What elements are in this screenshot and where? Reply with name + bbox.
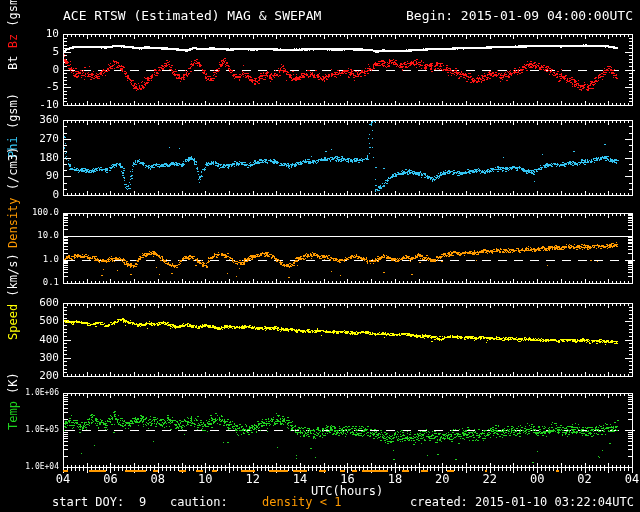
y-tick-label: 1.0E+04 bbox=[25, 463, 59, 471]
y-axis-title-part: (K) bbox=[6, 372, 20, 394]
x-tick-label: 12 bbox=[245, 473, 259, 485]
y-axis-title-part: Temp bbox=[6, 394, 20, 430]
start-doy-label: start DOY: bbox=[52, 496, 124, 508]
y-tick-label: 1.0E+06 bbox=[25, 389, 59, 397]
caution-label: caution: bbox=[170, 496, 228, 508]
y-tick-label: 200 bbox=[39, 370, 59, 381]
y-tick-label: 400 bbox=[39, 334, 59, 345]
y-tick-label: 10 bbox=[46, 28, 59, 39]
start-doy-value: 9 bbox=[139, 496, 146, 508]
created-timestamp: created: 2015-01-10 03:22:04UTC bbox=[410, 496, 634, 508]
x-tick-label: 04 bbox=[625, 473, 639, 485]
y-tick-label: -10 bbox=[39, 99, 59, 110]
y-tick-label: 500 bbox=[39, 315, 59, 326]
y-axis-title-part: (km/s) bbox=[6, 253, 20, 296]
x-tick-label: 10 bbox=[198, 473, 212, 485]
x-tick-label: 22 bbox=[483, 473, 497, 485]
x-tick-label: 04 bbox=[56, 473, 70, 485]
y-tick-label: 0.1 bbox=[43, 278, 59, 287]
y-tick-label: 10.0 bbox=[37, 231, 59, 240]
y-axis-title-part: (gsm) bbox=[6, 92, 20, 128]
caution-value: density < 1 bbox=[262, 496, 341, 508]
x-tick-label: 18 bbox=[388, 473, 402, 485]
y-tick-label: 90 bbox=[46, 170, 59, 181]
y-axis-title-part: Speed bbox=[6, 296, 20, 339]
y-axis-title-part: (/cm3) bbox=[6, 147, 20, 190]
ace-rtsw-mag-swepam-plot: ACE RTSW (Estimated) MAG & SWEPAM Begin:… bbox=[0, 0, 640, 512]
x-tick-label: 20 bbox=[435, 473, 449, 485]
y-axis-title-part: Bt bbox=[6, 48, 20, 70]
plot-title: ACE RTSW (Estimated) MAG & SWEPAM bbox=[63, 9, 321, 22]
y-tick-label: 0 bbox=[52, 189, 59, 200]
x-tick-label: 14 bbox=[293, 473, 307, 485]
y-axis-title-part: (gsm) bbox=[6, 0, 20, 26]
y-tick-label: 1.0E+05 bbox=[25, 426, 59, 434]
x-tick-label: 08 bbox=[151, 473, 165, 485]
y-tick-label: 5 bbox=[52, 46, 59, 57]
x-tick-label: 02 bbox=[577, 473, 591, 485]
y-tick-label: 360 bbox=[39, 114, 59, 125]
y-tick-label: 270 bbox=[39, 133, 59, 144]
y-tick-label: 180 bbox=[39, 152, 59, 163]
y-tick-label: 0 bbox=[52, 64, 59, 75]
x-tick-label: 00 bbox=[530, 473, 544, 485]
y-axis-title-part: Bz bbox=[6, 26, 20, 48]
y-tick-label: 600 bbox=[39, 297, 59, 308]
begin-timestamp: Begin: 2015-01-09 04:00:00UTC bbox=[406, 9, 633, 22]
y-tick-label: -5 bbox=[46, 81, 59, 92]
y-tick-label: 1.0 bbox=[43, 255, 59, 264]
plot-canvas bbox=[0, 0, 640, 512]
x-tick-label: 06 bbox=[103, 473, 117, 485]
y-tick-label: 100.0 bbox=[32, 208, 59, 217]
y-axis-title-part: Density bbox=[6, 190, 20, 248]
y-tick-label: 300 bbox=[39, 352, 59, 363]
